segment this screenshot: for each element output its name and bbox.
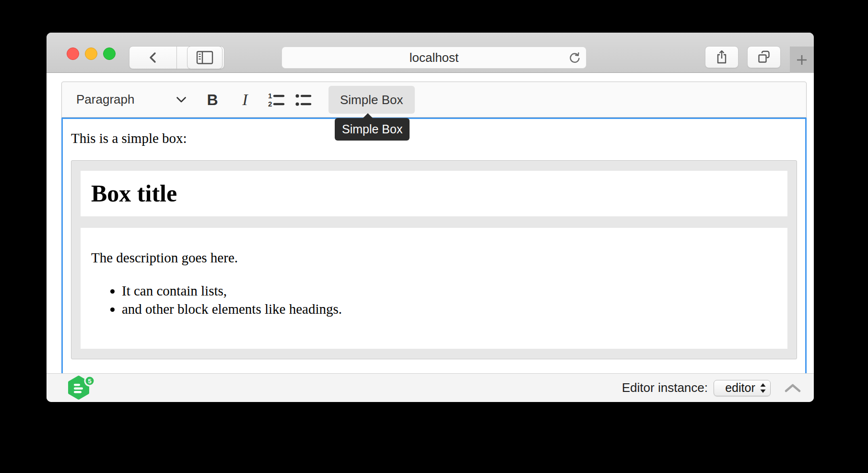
list-item: It can contain lists,	[122, 282, 777, 300]
show-all-tabs-button[interactable]	[747, 46, 781, 68]
inspector-footer: 5 Editor instance: editor	[47, 373, 814, 402]
bulleted-list-button[interactable]	[291, 86, 314, 113]
italic-icon: I	[242, 91, 247, 109]
numbered-list-icon: 1 2	[267, 91, 285, 109]
simple-box-button-label: Simple Box	[340, 93, 403, 107]
minimize-button[interactable]	[85, 47, 97, 60]
box-title[interactable]: Box title	[81, 171, 787, 216]
plus-icon	[795, 53, 809, 67]
browser-window: localhost	[47, 33, 814, 402]
editor-instance-value: editor	[721, 381, 760, 395]
reload-icon[interactable]	[568, 51, 581, 65]
svg-text:1: 1	[268, 92, 272, 100]
description-list: It can contain lists, and other block el…	[91, 282, 777, 318]
chevron-left-icon	[147, 50, 159, 65]
chevron-up-icon	[784, 383, 802, 393]
bulleted-list-icon	[293, 91, 312, 109]
bold-icon: B	[207, 91, 218, 109]
simple-box-button[interactable]: Simple Box	[328, 86, 415, 114]
new-tab-button[interactable]	[790, 47, 814, 73]
chevron-down-icon	[176, 96, 187, 103]
sidebar-icon	[196, 50, 213, 65]
editor-instance-label: Editor instance:	[622, 380, 708, 395]
browser-toolbar: localhost	[47, 33, 814, 73]
url-text: localhost	[410, 50, 459, 65]
select-arrows-icon	[760, 382, 766, 394]
zoom-button[interactable]	[103, 47, 116, 60]
description-paragraph: The description goes here.	[91, 248, 777, 267]
box-description[interactable]: The description goes here. It can contai…	[81, 228, 787, 349]
heading-dropdown-value: Paragraph	[76, 92, 134, 107]
editor-instance-select[interactable]: editor	[714, 380, 771, 396]
svg-text:2: 2	[268, 100, 272, 108]
share-icon	[715, 49, 729, 65]
share-button[interactable]	[705, 46, 739, 68]
inspector-badge: 5	[88, 377, 91, 384]
numbered-list-button[interactable]: 1 2	[264, 86, 287, 113]
ckeditor-inspector-button[interactable]: 5	[67, 375, 96, 400]
back-button[interactable]	[129, 46, 177, 69]
editor-toolbar: Paragraph B I 1 2	[61, 82, 807, 118]
heading-dropdown[interactable]: Paragraph	[70, 86, 196, 113]
italic-button[interactable]: I	[234, 86, 257, 113]
web-page: Paragraph B I 1 2	[47, 73, 814, 373]
intro-paragraph: This is a simple box:	[71, 130, 797, 146]
tooltip-text: Simple Box	[342, 122, 402, 136]
simple-box-tooltip: Simple Box	[335, 118, 410, 141]
address-bar[interactable]: localhost	[282, 47, 586, 69]
collapse-inspector-button[interactable]	[783, 382, 802, 394]
close-button[interactable]	[67, 47, 79, 60]
tabs-overview-icon	[756, 49, 772, 65]
ckeditor-logo-icon: 5	[67, 375, 96, 400]
list-item: and other block elements like headings.	[122, 300, 777, 318]
simple-box-widget[interactable]: Box title The description goes here. It …	[71, 160, 797, 359]
bold-button[interactable]: B	[201, 86, 224, 113]
sidebar-toggle-button[interactable]	[187, 46, 223, 69]
editor-content-area[interactable]: This is a simple box: Box title The desc…	[61, 118, 807, 373]
